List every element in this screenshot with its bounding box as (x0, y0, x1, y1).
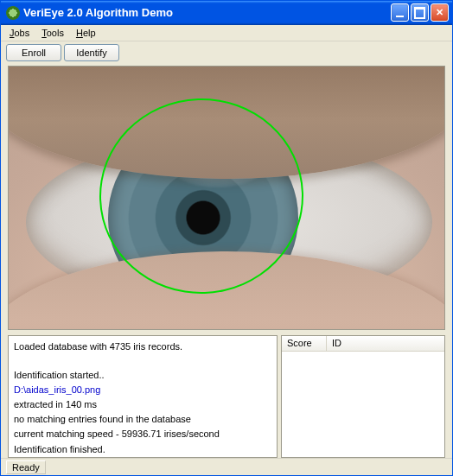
identify-button[interactable]: Identify (64, 44, 119, 61)
app-icon (6, 6, 20, 20)
log-line: extracted in 140 ms (14, 397, 271, 412)
statusbar: Ready (1, 458, 452, 475)
menu-jobs[interactable]: Jobs (4, 26, 35, 40)
log-line: no matching entries found in the databas… (14, 412, 271, 427)
close-button[interactable] (431, 3, 449, 22)
results-header: Score ID (282, 336, 444, 352)
log-line: Loaded database with 4735 iris records. (14, 340, 271, 354)
image-viewport (8, 66, 445, 330)
status-text: Ready (6, 460, 46, 474)
toolbar: Enroll Identify (1, 41, 452, 64)
menu-tools[interactable]: Tools (36, 26, 69, 40)
log-panel[interactable]: Loaded database with 4735 iris records. … (8, 335, 278, 458)
column-score[interactable]: Score (282, 336, 327, 351)
results-panel: Score ID (281, 335, 445, 458)
app-window: VeriEye 2.0 Algorithm Demo Jobs Tools He… (0, 0, 453, 476)
log-line: Identification started.. (14, 368, 271, 383)
minimize-button[interactable] (391, 3, 409, 22)
log-line: current matching speed - 59936.71 irises… (14, 427, 271, 441)
titlebar[interactable]: VeriEye 2.0 Algorithm Demo (1, 1, 452, 25)
menubar: Jobs Tools Help (1, 25, 452, 42)
maximize-button[interactable] (411, 3, 429, 22)
enroll-button[interactable]: Enroll (6, 44, 61, 61)
menu-help[interactable]: Help (71, 26, 101, 40)
column-id[interactable]: ID (327, 336, 444, 351)
log-file-link[interactable]: D:\aidas_iris_00.png (14, 383, 271, 397)
window-title: VeriEye 2.0 Algorithm Demo (23, 6, 391, 19)
log-line: Identification finished. (14, 442, 271, 457)
